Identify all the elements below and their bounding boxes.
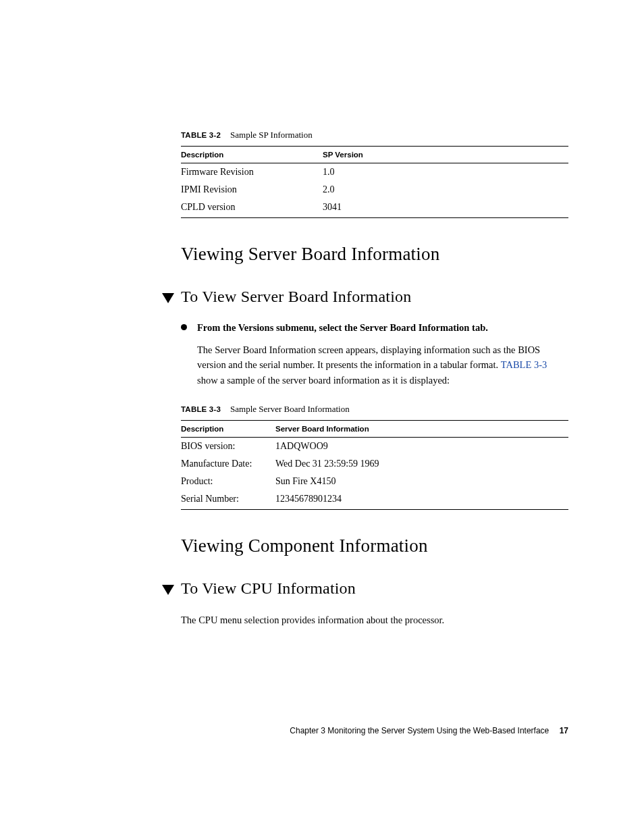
footer-text: Chapter 3 Monitoring the Server System U… xyxy=(290,726,549,735)
bullet-icon xyxy=(181,324,187,330)
body-text-a: The Server Board Information screen appe… xyxy=(197,344,540,370)
step-text: From the Versions submenu, select the Se… xyxy=(197,322,488,333)
cell-description: CPLD version xyxy=(181,199,323,218)
table-row: IPMI Revision 2.0 xyxy=(181,181,568,199)
heading-to-view-cpu: To View CPU Information xyxy=(181,579,568,598)
table-3-3: Description Server Board Information BIO… xyxy=(181,420,568,510)
cell-value: 1ADQWOO9 xyxy=(275,438,568,456)
table-3-2-title: Sample SP Information xyxy=(230,130,313,140)
table-row: Product: Sun Fire X4150 xyxy=(181,473,568,490)
cell-value: Wed Dec 31 23:59:59 1969 xyxy=(275,455,568,473)
table-3-3-head-description: Description xyxy=(181,421,275,438)
table-3-2-caption: TABLE 3-2Sample SP Information xyxy=(181,130,568,140)
cell-description: IPMI Revision xyxy=(181,181,323,199)
table-3-3-title: Sample Server Board Information xyxy=(230,404,350,414)
cell-value: 3041 xyxy=(323,199,568,218)
table-3-2-head-description: Description xyxy=(181,147,323,163)
page-number: 17 xyxy=(560,726,568,735)
page-footer: Chapter 3 Monitoring the Server System U… xyxy=(290,726,568,735)
cell-description: Manufacture Date: xyxy=(181,455,275,473)
table-row: Firmware Revision 1.0 xyxy=(181,163,568,182)
table-row: Manufacture Date: Wed Dec 31 23:59:59 19… xyxy=(181,455,568,473)
cell-value: 12345678901234 xyxy=(275,490,568,510)
heading-text: To View Server Board Information xyxy=(181,288,411,305)
table-row: CPLD version 3041 xyxy=(181,199,568,218)
heading-to-view-server-board: To View Server Board Information xyxy=(181,288,568,306)
page-content: TABLE 3-2Sample SP Information Descripti… xyxy=(0,0,644,628)
body-paragraph: The Server Board Information screen appe… xyxy=(181,342,568,388)
heading-viewing-server-board: Viewing Server Board Information xyxy=(181,244,568,265)
cell-description: Serial Number: xyxy=(181,490,275,510)
cell-description: Product: xyxy=(181,473,275,490)
table-3-2-label: TABLE 3-2 xyxy=(181,131,221,139)
heading-viewing-component: Viewing Component Information xyxy=(181,536,568,556)
triangle-down-icon xyxy=(162,585,174,595)
xref-table-3-3[interactable]: TABLE 3-3 xyxy=(501,359,547,370)
table-row: BIOS version: 1ADQWOO9 xyxy=(181,438,568,456)
body-text-b: show a sample of the server board inform… xyxy=(197,375,450,386)
cell-description: BIOS version: xyxy=(181,438,275,456)
cpu-body-paragraph: The CPU menu selection provides informat… xyxy=(181,613,568,627)
table-3-3-head-sbi: Server Board Information xyxy=(275,421,568,438)
cell-description: Firmware Revision xyxy=(181,163,323,182)
cell-value: 2.0 xyxy=(323,181,568,199)
table-3-3-label: TABLE 3-3 xyxy=(181,405,221,413)
cell-value: 1.0 xyxy=(323,163,568,182)
cell-value: Sun Fire X4150 xyxy=(275,473,568,490)
table-3-2: Description SP Version Firmware Revision… xyxy=(181,146,568,218)
triangle-down-icon xyxy=(162,293,174,303)
heading-text: To View CPU Information xyxy=(181,579,356,597)
table-3-3-caption: TABLE 3-3Sample Server Board Information xyxy=(181,404,568,415)
table-row: Serial Number: 12345678901234 xyxy=(181,490,568,510)
table-3-2-head-spversion: SP Version xyxy=(323,147,568,163)
procedure-step: From the Versions submenu, select the Se… xyxy=(181,321,568,336)
